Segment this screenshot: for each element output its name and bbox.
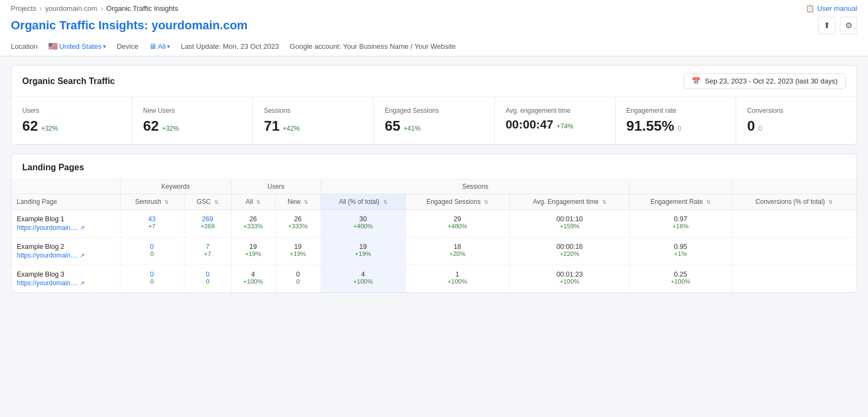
table-row: Example Blog 3 https://yourdomain.... ↗ …: [11, 265, 857, 293]
organic-search-title: Organic Search Traffic: [22, 76, 115, 86]
metric-rate-value: 91.55% 0: [627, 118, 725, 134]
settings-button[interactable]: ⚙: [840, 17, 857, 34]
row2-landing-page: Example Blog 2 https://yourdomain.... ↗: [11, 238, 120, 265]
row1-external-icon: ↗: [80, 224, 85, 232]
metric-conv-label: Conversions: [747, 107, 846, 114]
row3-users-all: 4 +100%: [231, 265, 275, 293]
row3-page-url[interactable]: https://yourdomain.... ↗: [17, 279, 114, 287]
th-engagement-rate-group-empty: [630, 179, 731, 194]
row1-semrush: 43 +7: [120, 210, 184, 238]
location-filter[interactable]: 🇺🇸 United States ▾: [48, 42, 106, 50]
th-users-all[interactable]: All ⇅: [231, 194, 275, 210]
export-button[interactable]: ⬆: [818, 17, 835, 34]
date-range-button[interactable]: 📅 Sep 23, 2023 - Oct 22, 2023 (last 30 d…: [684, 73, 846, 89]
th-landing-page: Landing Page: [11, 194, 120, 210]
th-sessions-all[interactable]: All (% of total) ⇅: [321, 194, 405, 210]
breadcrumb-projects[interactable]: Projects: [11, 4, 36, 12]
metric-avg-change: +74%: [557, 123, 573, 130]
row3-sessions-all: 4 +100%: [321, 265, 405, 293]
th-semrush[interactable]: Semrush ⇅: [120, 194, 184, 210]
breadcrumb-domain[interactable]: yourdomain.com: [45, 4, 97, 12]
metric-avg-label: Avg. engagement time: [506, 107, 604, 114]
row3-landing-page: Example Blog 3 https://yourdomain.... ↗: [11, 265, 120, 293]
row2-engagement-rate: 0.95 +1%: [630, 238, 731, 265]
th-avg-engagement[interactable]: Avg. Engagement time ⇅: [509, 194, 630, 210]
date-range-value: Sep 23, 2023 - Oct 22, 2023 (last 30 day…: [705, 77, 838, 85]
us-flag-icon: 🇺🇸: [48, 42, 58, 50]
users-new-sort-icon: ⇅: [304, 199, 308, 205]
row1-gsc: 269 +269: [184, 210, 231, 238]
breadcrumb-current: Organic Traffic Insights: [106, 4, 178, 12]
organic-search-card: Organic Search Traffic 📅 Sep 23, 2023 - …: [11, 65, 857, 145]
breadcrumb-sep-2: ›: [100, 4, 103, 12]
row2-external-icon: ↗: [80, 252, 85, 259]
metric-new-users-value: 62 +32%: [143, 118, 242, 134]
row1-landing-page: Example Blog 1 https://yourdomain.... ↗: [11, 210, 120, 238]
row2-avg-engagement: 00:00:16 +220%: [509, 238, 630, 265]
breadcrumb-sep-1: ›: [40, 4, 42, 12]
location-value: United States: [59, 42, 101, 50]
metric-new-users-change: +32%: [162, 125, 179, 132]
row2-page-name: Example Blog 2: [17, 243, 114, 251]
th-conversions[interactable]: Conversions (% of total) ⇅: [731, 194, 857, 210]
row2-semrush: 0 0: [120, 238, 184, 265]
row1-engaged-sessions: 29 +480%: [405, 210, 509, 238]
user-manual-link[interactable]: 📋 User manual: [806, 4, 857, 12]
metric-avg-value: 00:00:47 +74%: [506, 118, 604, 132]
row1-conversions: [731, 210, 857, 238]
th-engaged-sessions[interactable]: Engaged Sessions ⇅: [405, 194, 509, 210]
metrics-row: Users 62 +32% New Users 62 +32% Sessions…: [11, 97, 857, 144]
metric-engaged-change: +41%: [404, 125, 420, 132]
th-gsc[interactable]: GSC ⇅: [184, 194, 231, 210]
metric-engaged-sessions: Engaged Sessions 65 +41%: [374, 97, 495, 144]
th-landing-page-empty: [11, 179, 120, 194]
row3-page-name: Example Blog 3: [17, 271, 114, 278]
th-users-group: Users: [231, 179, 321, 194]
last-update-value: Mon, 23 Oct 2023: [223, 42, 279, 50]
metric-users: Users 62 +32%: [11, 97, 132, 144]
row3-external-icon: ↗: [80, 280, 85, 287]
manual-icon: 📋: [806, 4, 814, 12]
col-header-row: Landing Page Semrush ⇅ GSC ⇅ All ⇅: [11, 194, 857, 210]
row2-engaged-sessions: 18 +20%: [405, 238, 509, 265]
metric-new-users: New Users 62 +32%: [132, 97, 253, 144]
device-value: All: [158, 42, 165, 50]
device-filter[interactable]: 🖥 All ▾: [149, 42, 170, 50]
row2-users-all: 19 +19%: [231, 238, 275, 265]
th-conversions-group-empty: [731, 179, 857, 194]
row1-sessions-all: 30 +400%: [321, 210, 405, 238]
row1-users-new: 26 +333%: [275, 210, 321, 238]
user-manual-label: User manual: [817, 4, 857, 12]
metric-sessions-label: Sessions: [264, 107, 362, 114]
google-account-value: Your Business Name / Your Website: [343, 42, 456, 50]
gsc-sort-icon: ⇅: [214, 199, 219, 205]
metric-engaged-value: 65 +41%: [385, 118, 483, 134]
page-title: Organic Traffic Insights: yourdomain.com: [11, 18, 247, 33]
row3-conversions: [731, 265, 857, 293]
table-row: Example Blog 2 https://yourdomain.... ↗ …: [11, 238, 857, 265]
row1-page-url[interactable]: https://yourdomain.... ↗: [17, 224, 114, 232]
metric-sessions-change: +42%: [283, 125, 299, 132]
col-group-header-row: Keywords Users Sessions: [11, 179, 857, 194]
page-title-domain: yourdomain.com: [151, 18, 247, 32]
row2-gsc: 7 +7: [184, 238, 231, 265]
metric-conversions: Conversions 0 0: [736, 97, 857, 144]
location-label: Location: [11, 42, 37, 50]
metric-sessions: Sessions 71 +42%: [253, 97, 374, 144]
filters-row: Location 🇺🇸 United States ▾ Device 🖥 All…: [11, 39, 857, 56]
row3-engagement-rate: 0.25 +100%: [630, 265, 731, 293]
row3-engaged-sessions: 1 +100%: [405, 265, 509, 293]
metric-engaged-label: Engaged Sessions: [385, 107, 483, 114]
metric-conv-sub: 0: [758, 124, 762, 132]
metric-new-users-label: New Users: [143, 107, 242, 114]
row1-users-all: 26 +333%: [231, 210, 275, 238]
th-users-new[interactable]: New ⇅: [275, 194, 321, 210]
eng-rate-sort-icon: ⇅: [706, 199, 711, 205]
th-engagement-rate[interactable]: Engagement Rate ⇅: [630, 194, 731, 210]
row2-page-url[interactable]: https://yourdomain.... ↗: [17, 252, 114, 259]
avg-eng-sort-icon: ⇅: [602, 199, 607, 205]
title-actions: ⬆ ⚙: [818, 17, 857, 34]
metric-users-label: Users: [22, 107, 121, 114]
device-label: Device: [117, 42, 138, 50]
semrush-sort-icon: ⇅: [164, 199, 169, 205]
